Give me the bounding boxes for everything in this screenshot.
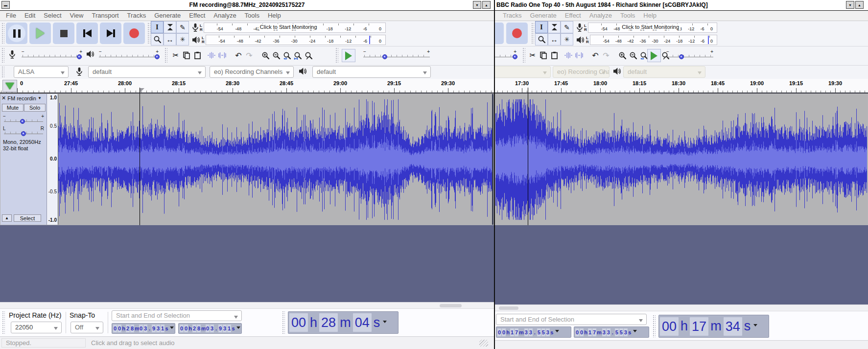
time-digit-group[interactable]: 04 [353, 313, 372, 332]
zoom-out-button[interactable] [628, 50, 638, 61]
menu-item-effect[interactable]: Effect [565, 11, 581, 21]
recording-channels-dropdown[interactable]: eo) Recording Channels [553, 66, 610, 78]
time-digit-group[interactable]: 28 [319, 313, 338, 332]
menu-item-analyze[interactable]: Analyze [589, 11, 612, 21]
recording-device-dropdown[interactable]: default [88, 66, 206, 78]
time-digit[interactable]: 5 [541, 328, 545, 336]
undo-button[interactable]: ↶ [233, 50, 244, 61]
selection-format-dropdown[interactable]: Start and End of Selection [496, 314, 647, 325]
slider-thumb[interactable] [382, 54, 387, 59]
zoom-in-button[interactable] [617, 50, 628, 61]
horizontal-scrollbar-right[interactable] [494, 304, 868, 311]
time-digit[interactable]: 7 [515, 328, 518, 336]
time-digit[interactable]: 3 [156, 325, 160, 332]
playback-device-dropdown[interactable]: default [312, 66, 431, 78]
playback-speed-slider[interactable]: −+ [665, 50, 714, 60]
time-digit[interactable]: 8 [130, 325, 134, 332]
silence-audio-button[interactable] [217, 50, 228, 61]
time-digit[interactable]: 0 [206, 325, 210, 332]
time-format-chevron-icon[interactable] [236, 326, 240, 331]
timeshift-tool-button[interactable]: ↔ [548, 33, 561, 46]
time-digit[interactable]: 0 [580, 328, 584, 336]
toolbar-grabber[interactable] [531, 23, 534, 45]
record-button[interactable] [123, 23, 145, 44]
multi-tool-button[interactable]: ✳ [176, 33, 189, 46]
time-digit-group[interactable]: 17 [690, 317, 708, 336]
snap-to-dropdown[interactable]: Off [70, 322, 103, 333]
time-digit[interactable]: 3 [143, 325, 147, 332]
track-menu-chevron-icon[interactable]: ▼ [38, 96, 42, 100]
envelope-tool-button[interactable] [548, 21, 561, 33]
shade-up-icon[interactable]: ▲ [482, 1, 491, 9]
project-rate-dropdown[interactable]: 22050 [11, 322, 62, 333]
solo-button[interactable]: Solo [24, 104, 46, 112]
audio-host-dropdown[interactable]: ALSA [14, 66, 69, 78]
time-digit[interactable]: 3 [529, 328, 533, 336]
play-at-speed-button[interactable] [342, 49, 355, 62]
menu-item-file[interactable]: File [6, 11, 16, 21]
record-button[interactable] [506, 23, 528, 44]
time-digit[interactable]: 5 [615, 328, 619, 336]
time-format-chevron-icon[interactable] [633, 330, 637, 334]
menu-item-tools[interactable]: Tools [620, 11, 635, 21]
selection-end-field[interactable]: 00h28m03.931s [178, 323, 242, 334]
zoom-tool-button[interactable] [535, 33, 548, 46]
skip-to-start-button[interactable] [76, 23, 98, 44]
time-digit[interactable]: 2 [192, 325, 196, 332]
stop-button[interactable] [53, 23, 74, 44]
scrollbar-thumb[interactable] [440, 304, 462, 307]
multi-tool-button[interactable]: ✳ [561, 33, 573, 46]
track-gain-slider[interactable]: −+ [3, 115, 44, 124]
time-format-chevron-icon[interactable] [753, 324, 757, 328]
menu-item-select[interactable]: Select [44, 11, 61, 21]
playback-volume-slider[interactable]: −+ [98, 50, 160, 60]
playback-device-dropdown[interactable]: default [623, 66, 705, 78]
time-digit[interactable]: 0 [139, 325, 143, 332]
menu-item-view[interactable]: View [70, 11, 84, 21]
slider-thumb[interactable] [77, 54, 82, 59]
time-digit[interactable]: 3 [624, 328, 628, 336]
time-digit[interactable]: 1 [510, 328, 514, 336]
selection-tool-button[interactable]: I [151, 21, 164, 33]
shade-down-icon[interactable]: ▼ [473, 1, 481, 9]
slider-thumb[interactable] [21, 131, 26, 136]
draw-tool-button[interactable]: ✎ [176, 21, 189, 33]
selection-start-field[interactable]: 00h17m33.553s [496, 326, 571, 338]
time-digit[interactable]: 5 [537, 328, 541, 336]
toolbar-grabber[interactable] [1, 66, 4, 78]
undo-button[interactable]: ↶ [590, 50, 601, 61]
time-digit[interactable]: 5 [619, 328, 623, 336]
recording-volume-slider[interactable]: −+ [21, 50, 83, 60]
cut-button[interactable]: ✂ [527, 50, 538, 61]
time-digit[interactable]: 0 [497, 328, 501, 336]
toolbar-grabber[interactable] [282, 311, 285, 334]
empty-track-space-left[interactable] [0, 225, 494, 302]
copy-button[interactable] [538, 50, 549, 61]
audio-position-counter[interactable]: 00h28m04s [288, 311, 399, 334]
time-digit[interactable]: 3 [210, 325, 214, 332]
playback-meter[interactable]: LR -54-48-42-36-30-24-18-12-60 [192, 34, 386, 46]
toolbar-grabber[interactable] [147, 23, 150, 45]
time-digit[interactable]: 7 [592, 328, 596, 336]
mute-button[interactable]: Mute [2, 104, 23, 112]
monitor-label[interactable]: Click to Start Monitoring [258, 24, 319, 30]
recording-channels-dropdown[interactable]: eo) Recording Channels [210, 66, 294, 78]
menu-item-transport[interactable]: Transport [92, 11, 118, 21]
zoom-toggle-button[interactable] [303, 50, 314, 61]
slider-thumb[interactable] [679, 54, 684, 59]
selection-tool-button[interactable]: I [535, 21, 548, 33]
track-name[interactable]: FM recordin [7, 95, 36, 101]
trim-audio-button[interactable] [206, 50, 217, 61]
track-pan-slider[interactable]: LR [3, 127, 44, 137]
vertical-scale-ruler[interactable]: 1.00.50.0-0.5-1.0 [47, 94, 58, 225]
envelope-tool-button[interactable] [164, 21, 176, 33]
audio-position-counter[interactable]: 00h17m34s [658, 315, 769, 338]
menu-item-help[interactable]: Help [268, 11, 281, 21]
scrollbar-thumb[interactable] [499, 306, 518, 310]
menu-item-help[interactable]: Help [643, 11, 657, 21]
track-close-icon[interactable]: ✕ [1, 95, 6, 101]
draw-tool-button[interactable]: ✎ [561, 21, 573, 33]
time-digit[interactable]: 0 [575, 328, 579, 336]
time-digit[interactable]: 3 [524, 328, 528, 336]
menu-item-analyze[interactable]: Analyze [213, 11, 236, 21]
